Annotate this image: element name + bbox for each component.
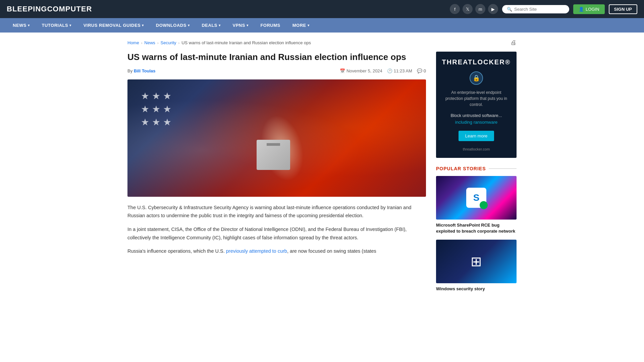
login-label: LOGIN	[586, 7, 599, 12]
breadcrumb-security[interactable]: Security	[161, 40, 176, 45]
ad-block: THREATLOCKER® 🔒 An enterprise-level endp…	[436, 52, 517, 158]
signup-button[interactable]: SIGN UP	[609, 4, 637, 14]
author-link[interactable]: Bill Toulas	[134, 68, 156, 73]
chevron-down-icon: ▾	[69, 23, 71, 27]
story-thumb-2: ⊞	[436, 240, 517, 283]
sharepoint-logo: S	[466, 188, 486, 208]
breadcrumb-home[interactable]: Home	[127, 40, 139, 45]
story-image-1: S	[436, 176, 517, 220]
story-title-2: Windows security story	[436, 286, 517, 292]
comment-icon: 💬	[417, 68, 422, 73]
mastodon-icon[interactable]: m	[475, 4, 485, 14]
chevron-down-icon: ▾	[247, 23, 249, 27]
ad-learn-more-button[interactable]: Learn more	[459, 131, 494, 141]
popular-stories-title: POPULAR STORIES	[436, 166, 517, 171]
site-header: BLEEPINGCOMPUTER f 𝕏 m ▶ 🔍 👤 LOGIN SIGN …	[0, 0, 644, 18]
logo-first: BLEEPING	[7, 5, 47, 13]
meta-right: 📅 November 5, 2024 🕐 11:23 AM 💬 0	[340, 68, 426, 73]
article-paragraph-3: Russia's influence operations, which the…	[127, 247, 426, 255]
article-meta: By Bill Toulas 📅 November 5, 2024 🕐 11:2…	[127, 68, 426, 73]
nav-item-vpns[interactable]: VPNS ▾	[227, 18, 255, 33]
nav-item-news[interactable]: NEWS ▾	[7, 18, 36, 33]
breadcrumb-sep-3: ›	[178, 41, 180, 45]
article-body: The U.S. Cybersecurity & Infrastructure …	[127, 203, 426, 255]
search-input[interactable]	[514, 7, 565, 12]
story-title-1: Microsoft SharePoint RCE bug exploited t…	[436, 222, 517, 234]
article-paragraph-2: In a joint statement, CISA, the Office o…	[127, 225, 426, 242]
ad-logo: THREATLOCKER®	[443, 58, 510, 66]
inline-link[interactable]: previously attempted to curb	[226, 248, 287, 254]
article-paragraph-1: The U.S. Cybersecurity & Infrastructure …	[127, 203, 426, 220]
story-thumb-1: S	[436, 176, 517, 220]
site-logo[interactable]: BLEEPINGCOMPUTER	[7, 5, 92, 13]
story-card-1[interactable]: S Microsoft SharePoint RCE bug exploited…	[436, 176, 517, 234]
search-icon: 🔍	[507, 7, 512, 12]
chevron-down-icon: ▾	[28, 23, 30, 27]
sidebar: THREATLOCKER® 🔒 An enterprise-level endp…	[436, 52, 517, 298]
breadcrumb-row: Home › News › Security › US warns of las…	[127, 39, 517, 46]
ballot-box-decoration	[257, 140, 290, 170]
breadcrumb-sep-1: ›	[141, 41, 143, 45]
social-icons: f 𝕏 m ▶	[450, 4, 498, 14]
lock-icon: 🔒	[473, 74, 480, 82]
comments-badge[interactable]: 💬 0	[417, 68, 426, 73]
story-image-2: ⊞	[436, 240, 517, 283]
story-card-2[interactable]: ⊞ Windows security story	[436, 240, 517, 292]
article-image: ★ ★ ★★ ★ ★★ ★ ★	[127, 79, 426, 197]
article-author: By Bill Toulas	[127, 68, 156, 73]
ad-body: Block untrusted software... including ra…	[443, 112, 510, 125]
main-nav: NEWS ▾ TUTORIALS ▾ VIRUS REMOVAL GUIDES …	[0, 18, 644, 33]
flag-decoration: ★ ★ ★★ ★ ★★ ★ ★	[141, 89, 171, 129]
nav-item-virus-removal[interactable]: VIRUS REMOVAL GUIDES ▾	[77, 18, 150, 33]
logo-second: COMPUTER	[47, 5, 92, 13]
calendar-icon: 📅	[340, 68, 345, 73]
ad-tagline: An enterprise-level endpoint protection …	[443, 89, 510, 108]
windows-logo: ⊞	[471, 254, 482, 269]
youtube-icon[interactable]: ▶	[488, 4, 498, 14]
breadcrumb-current: US warns of last-minute Iranian and Russ…	[181, 40, 311, 45]
ad-icon: 🔒	[470, 71, 483, 85]
chevron-down-icon: ▾	[219, 23, 221, 27]
page-wrap: Home › News › Security › US warns of las…	[121, 33, 523, 298]
login-button[interactable]: 👤 LOGIN	[573, 4, 604, 14]
user-icon: 👤	[579, 7, 584, 12]
chevron-down-icon: ▾	[308, 23, 310, 27]
ad-site: threatlocker.com	[443, 147, 510, 151]
breadcrumb-news[interactable]: News	[144, 40, 155, 45]
nav-item-more[interactable]: MORE ▾	[286, 18, 316, 33]
article-title: US warns of last-minute Iranian and Russ…	[127, 52, 426, 63]
article: US warns of last-minute Iranian and Russ…	[127, 52, 426, 261]
breadcrumb-sep-2: ›	[157, 41, 159, 45]
chevron-down-icon: ▾	[142, 23, 144, 27]
popular-stories: POPULAR STORIES S Microsoft SharePoint R…	[436, 166, 517, 292]
nav-item-deals[interactable]: DEALS ▾	[196, 18, 226, 33]
meta-time: 🕐 11:23 AM	[387, 68, 412, 73]
facebook-icon[interactable]: f	[450, 4, 460, 14]
header-right: f 𝕏 m ▶ 🔍 👤 LOGIN SIGN UP	[450, 4, 637, 14]
print-icon[interactable]: 🖨	[511, 39, 517, 46]
nav-item-forums[interactable]: FORUMS	[254, 18, 286, 33]
breadcrumb: Home › News › Security › US warns of las…	[127, 40, 311, 45]
meta-date: 📅 November 5, 2024	[340, 68, 382, 73]
twitter-icon[interactable]: 𝕏	[463, 4, 473, 14]
main-layout: US warns of last-minute Iranian and Russ…	[127, 52, 517, 298]
nav-item-downloads[interactable]: DOWNLOADS ▾	[150, 18, 196, 33]
clock-icon: 🕐	[387, 68, 392, 73]
nav-item-tutorials[interactable]: TUTORIALS ▾	[36, 18, 77, 33]
article-hero-image: ★ ★ ★★ ★ ★★ ★ ★	[127, 79, 426, 197]
search-box: 🔍	[502, 5, 569, 13]
chevron-down-icon: ▾	[188, 23, 190, 27]
